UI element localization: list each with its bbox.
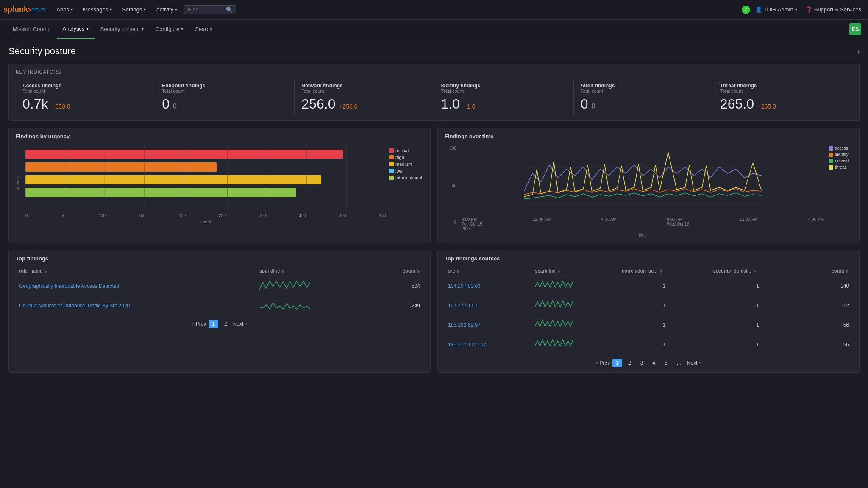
user-menu[interactable]: 👤 TDIR Admin ▾ xyxy=(752,6,801,13)
top-findings-header-row: rule_name ⇅ sparkline ⇅ count ⇅ xyxy=(16,266,423,276)
src-next-button[interactable]: Next › xyxy=(687,360,701,366)
legend-dot-network-time xyxy=(829,159,833,163)
sec-cell-4: 1 xyxy=(710,335,806,354)
src-page-4-button[interactable]: 4 xyxy=(649,359,659,367)
top-findings-sources-header: src ⇅ sparkline ⇅ correlation_se... ⇅ se… xyxy=(445,266,852,276)
count-src-2: 112 xyxy=(806,296,852,315)
page-2-button[interactable]: 2 xyxy=(221,320,231,328)
rule-name-cell[interactable]: Geographically Improbable Access Detecte… xyxy=(16,276,256,296)
src-page-2-button[interactable]: 2 xyxy=(625,359,634,367)
legend-dot-threat-time xyxy=(829,165,833,170)
arrow-up-icon: ↑ xyxy=(51,103,54,110)
legend-dot-informational xyxy=(389,176,394,180)
key-indicators-panel: Key indicators Access findings Total cou… xyxy=(8,64,860,121)
status-indicator: ✓ xyxy=(742,6,750,14)
time-svg-container: 8:00 PM Tue Oct 15 2024 12:00 AM 4:00 AM… xyxy=(460,144,826,237)
page-1-button[interactable]: 1 xyxy=(209,320,218,328)
top-findings-body: Geographically Improbable Access Detecte… xyxy=(16,276,423,315)
col-count[interactable]: count ⇅ xyxy=(374,266,423,276)
src-sparkline-2 xyxy=(531,296,618,315)
sparkline-svg xyxy=(535,298,573,311)
indicator-network: Network findings Total count 256.0 ↑ 256… xyxy=(295,79,434,115)
chevron-down-icon: ▾ xyxy=(175,7,177,12)
legend-critical: critical xyxy=(389,148,423,153)
src-cell[interactable]: 107.77.211.7 xyxy=(445,296,531,315)
src-cell[interactable]: 104.207.83.63 xyxy=(445,276,531,296)
indicator-value-threat: 265.0 ↑ 265.0 xyxy=(720,96,846,112)
top-findings-sources-header-row: src ⇅ sparkline ⇅ correlation_se... ⇅ se… xyxy=(445,266,852,276)
indicator-value-endpoint: 0 0 xyxy=(162,96,287,112)
table-row: Unusual Volume of Outbound Traffic By Sr… xyxy=(16,296,423,315)
count-cell-2: 249 xyxy=(374,296,423,315)
charts-row: Findings by urgency urgency xyxy=(8,128,860,243)
top-nav: splunk>cloud Apps ▾ Messages ▾ Settings … xyxy=(0,0,868,20)
time-legend: access identity network threat xyxy=(829,144,852,237)
corr-cell-2: 1 xyxy=(618,296,709,315)
y-axis-labels: 100 50 0 xyxy=(445,144,456,237)
sparkline-cell-1 xyxy=(256,276,374,296)
indicator-change-identity: ↑ 1.0 xyxy=(463,103,475,110)
bar-low xyxy=(25,187,386,198)
indicator-access: Access findings Total count 0.7k ↑ 653.0 xyxy=(16,79,155,115)
indicator-value-identity: 1.0 ↑ 1.0 xyxy=(441,96,567,112)
indicator-change-access: ↑ 653.0 xyxy=(51,103,70,110)
nav-apps[interactable]: Apps ▾ xyxy=(51,0,78,20)
src-page-1-button[interactable]: 1 xyxy=(612,359,622,367)
find-input[interactable] xyxy=(188,6,226,13)
findings-over-time-panel: Findings over time 100 50 0 xyxy=(437,128,860,243)
col-security-domain[interactable]: security_domai... ⇅ xyxy=(710,266,806,276)
page-title: Security posture xyxy=(8,46,76,57)
find-box[interactable]: 🔍 xyxy=(184,5,236,14)
nav-settings[interactable]: Settings ▾ xyxy=(117,0,151,20)
help-icon: ❓ xyxy=(806,6,812,13)
sec-nav-search[interactable]: Search xyxy=(189,20,218,39)
next-button[interactable]: Next › xyxy=(233,321,247,327)
src-sparkline-3 xyxy=(531,315,618,335)
indicator-sublabel-audit: Total count xyxy=(581,89,706,94)
src-cell[interactable]: 185.192.69.97 xyxy=(445,315,531,335)
src-cell[interactable]: 185.217.117.107 xyxy=(445,335,531,354)
search-icon: 🔍 xyxy=(226,6,233,13)
src-page-5-button[interactable]: 5 xyxy=(661,359,671,367)
bar-high xyxy=(25,161,386,173)
legend-medium: medium xyxy=(389,162,423,167)
findings-by-urgency-title: Findings by urgency xyxy=(16,133,423,139)
sec-nav-security-content[interactable]: Security content ▾ xyxy=(95,20,150,39)
chevron-down-icon: ▾ xyxy=(142,27,144,31)
collapse-button[interactable]: › xyxy=(857,47,860,55)
time-chart-svg xyxy=(460,144,826,216)
src-page-3-button[interactable]: 3 xyxy=(637,359,647,367)
indicator-sublabel-network: Total count xyxy=(301,89,427,94)
urgency-legend: critical high medium low xyxy=(389,144,423,224)
legend-informational: informational xyxy=(389,175,423,180)
legend-low: low xyxy=(389,168,423,173)
page-header: Security posture › xyxy=(8,46,860,57)
prev-button[interactable]: ‹ Prev xyxy=(192,321,206,327)
legend-dot-access xyxy=(829,146,833,151)
chevron-left-icon: ‹ xyxy=(596,360,598,366)
sparkline-svg xyxy=(259,279,310,292)
rule-name-cell[interactable]: Unusual Volume of Outbound Traffic By Sr… xyxy=(16,296,256,315)
sec-nav-analytics[interactable]: Analytics ▾ xyxy=(57,20,95,39)
src-prev-button[interactable]: ‹ Prev xyxy=(596,360,610,366)
indicator-threat: Threat findings Total count 265.0 ↑ 265.… xyxy=(713,79,852,115)
col-sparkline-src[interactable]: sparkline ⇅ xyxy=(531,266,618,276)
col-sparkline[interactable]: sparkline ⇅ xyxy=(256,266,374,276)
key-indicators-title: Key indicators xyxy=(16,69,852,75)
indicator-change-network: ↑ 256.0 xyxy=(339,103,357,110)
sec-nav-configure[interactable]: Configure ▾ xyxy=(150,20,189,39)
sec-nav-mission-control[interactable]: Mission Control xyxy=(7,20,57,39)
nav-activity[interactable]: Activity ▾ xyxy=(151,0,182,20)
col-count-src[interactable]: count ⇅ xyxy=(806,266,852,276)
top-findings-sources-table: src ⇅ sparkline ⇅ correlation_se... ⇅ se… xyxy=(445,266,852,354)
indicator-label-identity: Identity findings xyxy=(441,83,567,89)
legend-dot-critical xyxy=(389,148,394,153)
support-menu[interactable]: ❓ Support & Services xyxy=(802,6,865,13)
nav-messages[interactable]: Messages ▾ xyxy=(78,0,117,20)
count-src-4: 56 xyxy=(806,335,852,354)
col-rule-name[interactable]: rule_name ⇅ xyxy=(16,266,256,276)
top-findings-sources-panel: Top findings sources src ⇅ sparkline ⇅ c… xyxy=(437,250,860,373)
col-correlation[interactable]: correlation_se... ⇅ xyxy=(618,266,709,276)
tables-row: Top findings rule_name ⇅ sparkline ⇅ cou… xyxy=(8,250,860,373)
col-src[interactable]: src ⇅ xyxy=(445,266,531,276)
